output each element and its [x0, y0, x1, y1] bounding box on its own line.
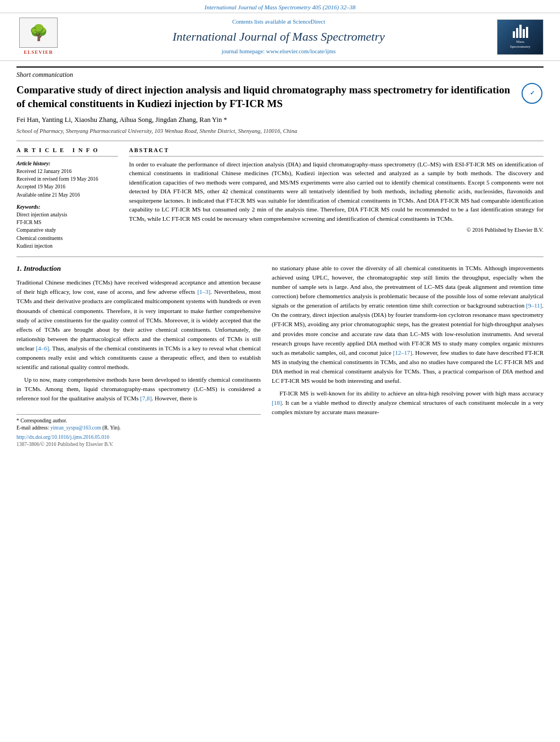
- right-para-1: no stationary phase able to cover the di…: [272, 264, 544, 386]
- top-bar: International Journal of Mass Spectromet…: [0, 0, 560, 13]
- history-label: Article history:: [16, 160, 118, 168]
- logo-bar-3: [519, 25, 522, 38]
- ref-18[interactable]: [18]: [272, 399, 282, 406]
- email-line: E-mail address: yinran_syspu@163.com (R.…: [16, 425, 261, 432]
- crossmark-badge: ✓: [522, 83, 544, 105]
- footnote-area: * Corresponding author. E-mail address: …: [16, 414, 261, 448]
- section-1-title: 1. Introduction: [16, 264, 261, 274]
- article-info-header: A R T I C L E I N F O: [16, 147, 118, 157]
- body-left-column: 1. Introduction Traditional Chinese medi…: [16, 264, 261, 448]
- journal-center: Contents lists available at ScienceDirec…: [60, 18, 497, 55]
- keyword-5: Kudiezi injection: [16, 242, 118, 250]
- journal-citation: International Journal of Mass Spectromet…: [205, 4, 356, 10]
- body-text-right: no stationary phase able to cover the di…: [272, 264, 544, 417]
- logo-bars: [513, 25, 528, 38]
- keyword-1: Direct injection analysis: [16, 211, 118, 219]
- email-label: E-mail address:: [16, 425, 49, 431]
- journal-homepage: journal homepage: www.elsevier.com/locat…: [60, 48, 497, 56]
- main-divider: [16, 256, 544, 257]
- intro-para-1: Traditional Chinese medicines (TCMs) hav…: [16, 278, 261, 371]
- body-text-left: Traditional Chinese medicines (TCMs) hav…: [16, 278, 261, 403]
- body-section: 1. Introduction Traditional Chinese medi…: [16, 264, 544, 448]
- keyword-2: FT-ICR MS: [16, 219, 118, 226]
- homepage-link[interactable]: www.elsevier.com/locate/ijms: [266, 48, 335, 54]
- copyright: © 2016 Published by Elsevier B.V.: [129, 226, 544, 234]
- elsevier-logo: 🌳 ELSEVIER: [16, 18, 60, 56]
- ref-1-3[interactable]: [1–3]: [197, 288, 210, 295]
- abstract-header: ABSTRACT: [129, 147, 544, 157]
- author-names: Fei Han, Yanting Li, Xiaoshu Zhang, Aihu…: [16, 116, 227, 124]
- authors: Fei Han, Yanting Li, Xiaoshu Zhang, Aihu…: [16, 115, 544, 125]
- logo-bar-1: [513, 31, 515, 38]
- sciencedirect-link[interactable]: ScienceDirect: [293, 19, 325, 25]
- keyword-3: Comparative study: [16, 226, 118, 234]
- keywords-label: Keywords:: [16, 203, 118, 211]
- elsevier-image: 🌳: [19, 18, 58, 48]
- article-type: Short communication: [16, 66, 544, 80]
- keywords-block: Keywords: Direct injection analysis FT-I…: [16, 203, 118, 250]
- logo-bar-5: [526, 27, 528, 38]
- ref-7-8[interactable]: [7,8]: [140, 395, 152, 401]
- sciencedirect-line: Contents lists available at ScienceDirec…: [60, 18, 497, 26]
- divider-1: [16, 141, 544, 141]
- abstract-column: ABSTRACT In order to evaluate the perfor…: [129, 147, 544, 250]
- email-link[interactable]: yinran_syspu@163.com: [51, 425, 101, 431]
- logo-bar-2: [516, 28, 518, 38]
- paper-body: Short communication Comparative study of…: [0, 61, 560, 454]
- ref-4-6[interactable]: [4–6]: [36, 345, 49, 352]
- title-section: Comparative study of direct injection an…: [16, 83, 544, 111]
- affiliation: School of Pharmacy, Shenyang Pharmaceuti…: [16, 127, 544, 136]
- email-suffix: (R. Yin).: [103, 425, 121, 431]
- logo-bar-4: [523, 29, 525, 38]
- doi-link[interactable]: http://dx.doi.org/10.1016/j.ijms.2016.05…: [16, 434, 109, 440]
- corresponding-author: * Corresponding author.: [16, 417, 261, 425]
- abstract-text: In order to evaluate the performance of …: [129, 160, 544, 224]
- ref-12-17[interactable]: [12–17]: [393, 349, 412, 356]
- doi-line: http://dx.doi.org/10.1016/j.ijms.2016.05…: [16, 434, 261, 441]
- accepted-date: Accepted 19 May 2016: [16, 183, 118, 191]
- logo-text: MassSpectrometry: [510, 40, 531, 49]
- article-info-section: A R T I C L E I N F O Article history: R…: [16, 147, 544, 250]
- revised-date: Received in revised form 19 May 2016: [16, 175, 118, 183]
- elsevier-tree-icon: 🌳: [29, 25, 48, 41]
- logo-inner: MassSpectrometry: [497, 20, 543, 54]
- journal-title: International Journal of Mass Spectromet…: [60, 29, 497, 46]
- right-para-2: FT-ICR MS is well-known for its ability …: [272, 389, 544, 417]
- keyword-4: Chemical constituents: [16, 235, 118, 242]
- intro-para-2: Up to now, many comprehensive methods ha…: [16, 375, 261, 403]
- journal-logo-right: MassSpectrometry: [497, 19, 544, 55]
- online-date: Available online 21 May 2016: [16, 191, 118, 199]
- body-right-column: no stationary phase able to cover the di…: [272, 264, 544, 448]
- journal-header: 🌳 ELSEVIER Contents lists available at S…: [0, 13, 560, 61]
- article-history: Article history: Received 12 January 201…: [16, 160, 118, 199]
- received-date: Received 12 January 2016: [16, 168, 118, 175]
- sciencedirect-prefix: Contents lists available at: [232, 19, 292, 25]
- left-column: A R T I C L E I N F O Article history: R…: [16, 147, 118, 250]
- paper-title: Comparative study of direct injection an…: [16, 83, 513, 111]
- homepage-label: journal homepage:: [222, 48, 265, 54]
- issn-line: 1387-3806/© 2016 Published by Elsevier B…: [16, 441, 261, 448]
- crossmark-icon: ✓: [522, 83, 542, 104]
- ref-9-11[interactable]: [9–11]: [526, 302, 542, 309]
- elsevier-label: ELSEVIER: [24, 49, 53, 56]
